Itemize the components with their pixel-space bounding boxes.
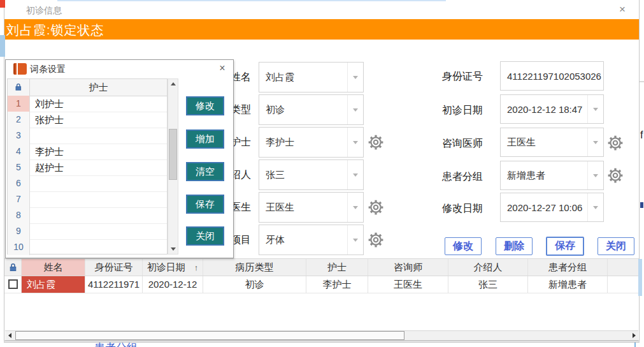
name-combo-arrow[interactable] [347, 63, 363, 92]
record-type-value: 初诊 [266, 104, 285, 116]
project-combo[interactable]: 牙体 [259, 225, 364, 255]
scroll-up-button[interactable] [168, 79, 178, 89]
term-row[interactable]: 8 [8, 207, 167, 224]
row-number: 9 [8, 223, 30, 239]
dialog-close-icon[interactable]: × [615, 3, 630, 17]
arrow-up-icon [171, 82, 176, 85]
arrow-down-icon [171, 247, 176, 251]
term-row[interactable]: 9 [8, 223, 167, 240]
name-combo[interactable]: 刘占霞 [259, 62, 364, 92]
nurse-gear-icon[interactable] [368, 134, 384, 151]
first-visit-date-combo[interactable]: 2020-12-12 18:47 [500, 94, 604, 124]
modify-date-combo[interactable]: 2020-12-27 10:06 [500, 193, 604, 222]
label-consult-doctor: 咨询医师 [442, 137, 483, 151]
term-row[interactable]: 1刘护士 [8, 96, 167, 112]
record-type-combo-arrow[interactable] [347, 95, 363, 124]
project-gear-icon[interactable] [368, 232, 384, 248]
dialog-titlebar[interactable]: 初诊信息 × [4, 0, 639, 19]
row-select-cell [4, 276, 22, 293]
term-row[interactable]: 10 [8, 239, 167, 255]
label-first-visit-date: 初诊日期 [442, 104, 483, 117]
term-column-header[interactable]: 护士 [30, 82, 167, 94]
grid-header-consultant[interactable]: 咨询师 [368, 259, 448, 276]
id-number-input[interactable]: 411221197102053026 [500, 61, 604, 91]
grid-header-name[interactable]: 姓名 [22, 259, 85, 276]
scroll-down-button[interactable] [168, 244, 178, 254]
term-table-header: 护士 [8, 79, 167, 96]
doctor-combo-arrow[interactable] [347, 193, 363, 222]
lock-icon [15, 83, 22, 91]
record-type-combo[interactable]: 初诊 [259, 94, 364, 125]
cell-consultant[interactable]: 王医生 [368, 276, 448, 293]
patient-group-gear-icon[interactable] [607, 167, 624, 184]
term-settings-dialog: 词条设置 × 护士 1刘护士 2张护士 3 4李护士 5赵护士 6 7 8 9 [5, 59, 234, 258]
consult-doctor-arrow[interactable] [587, 128, 603, 156]
cell-patient-group[interactable]: 新增患者 [528, 276, 608, 293]
nurse-combo-arrow[interactable] [347, 128, 363, 157]
grid-header-introducer[interactable]: 介绍人 [448, 259, 528, 276]
term-settings-close-icon[interactable]: × [215, 61, 229, 75]
introducer-combo-arrow[interactable] [347, 160, 363, 189]
term-row[interactable]: 6 [8, 175, 167, 192]
grid-header-patient-group[interactable]: 患者分组 [528, 259, 608, 276]
scroll-left-button[interactable] [5, 331, 15, 340]
term-row[interactable]: 2张护士 [8, 112, 167, 128]
introducer-combo[interactable]: 张三 [259, 159, 364, 190]
close-button[interactable]: 关闭 [597, 237, 634, 255]
grid-header-nurse[interactable]: 护士 [306, 259, 368, 276]
background-dash-fragment [640, 202, 643, 208]
grid-header-record-type[interactable]: 病历类型 [203, 259, 306, 276]
term-table: 护士 1刘护士 2张护士 3 4李护士 5赵护士 6 7 8 9 10 [7, 78, 168, 255]
cell-name[interactable]: 刘占霞 [22, 276, 85, 293]
background-bottom-line [634, 343, 636, 347]
arrow-left-icon [8, 333, 11, 338]
term-clear-button[interactable]: 清空 [186, 162, 224, 181]
consult-doctor-combo[interactable]: 王医生 [500, 128, 604, 157]
horizontal-scrollbar-thumb[interactable] [15, 331, 404, 340]
cell-record-type[interactable]: 初诊 [203, 276, 306, 293]
background-text-fragment: f [640, 129, 643, 141]
cell-introducer[interactable]: 张三 [448, 276, 528, 293]
background-bottom-text: 患者分组 [94, 341, 138, 347]
term-value: 张护士 [35, 112, 167, 128]
delete-button[interactable]: 删除 [496, 237, 533, 255]
cell-first-visit-date[interactable]: 2020-12-12 [143, 276, 203, 293]
modify-date-arrow[interactable] [587, 193, 603, 221]
term-row[interactable]: 3 [8, 128, 167, 144]
first-visit-date-arrow[interactable] [587, 95, 603, 123]
doctor-value: 王医生 [266, 202, 294, 214]
nurse-combo[interactable]: 李护士 [259, 127, 364, 158]
project-combo-arrow[interactable] [347, 225, 363, 255]
term-add-button[interactable]: 增加 [186, 129, 224, 149]
save-button[interactable]: 保存 [546, 237, 584, 256]
horizontal-scrollbar[interactable] [5, 330, 638, 341]
patient-group-combo[interactable]: 新增患者 [500, 161, 604, 190]
cell-id-number[interactable]: 4112211971 [85, 276, 143, 293]
term-close-button[interactable]: 关闭 [186, 226, 224, 246]
term-row[interactable]: 7 [8, 191, 167, 208]
name-value: 刘占霞 [266, 71, 294, 84]
term-row[interactable]: 5赵护士 [8, 159, 167, 176]
doctor-gear-icon[interactable] [368, 199, 384, 216]
term-row[interactable]: 4李护士 [8, 144, 167, 160]
doctor-combo[interactable]: 王医生 [259, 192, 364, 223]
grid-header-lock [4, 259, 22, 276]
grid-header-first-visit-date[interactable]: 初诊日期↑ [143, 259, 203, 276]
modify-button[interactable]: 修改 [445, 237, 482, 255]
background-scroll-fragment [638, 259, 642, 296]
vertical-scrollbar[interactable] [168, 78, 178, 255]
term-save-button[interactable]: 保存 [186, 195, 224, 214]
table-row[interactable]: 刘占霞 4112211971 2020-12-12 初诊 李护士 王医生 张三 … [4, 276, 639, 293]
row-number: 8 [8, 207, 30, 223]
term-value: 赵护士 [35, 159, 167, 175]
row-select-checkbox[interactable] [8, 279, 18, 289]
term-value: 李护士 [35, 144, 167, 159]
consult-doctor-gear-icon[interactable] [607, 135, 624, 151]
patient-group-arrow[interactable] [587, 161, 603, 189]
grid-header-id-number[interactable]: 身份证号 [85, 259, 143, 276]
term-settings-titlebar[interactable]: 词条设置 × [6, 60, 233, 78]
cell-nurse[interactable]: 李护士 [306, 276, 368, 293]
scroll-right-button[interactable] [629, 331, 638, 340]
vertical-scrollbar-thumb[interactable] [169, 129, 177, 180]
term-modify-button[interactable]: 修改 [186, 96, 224, 115]
